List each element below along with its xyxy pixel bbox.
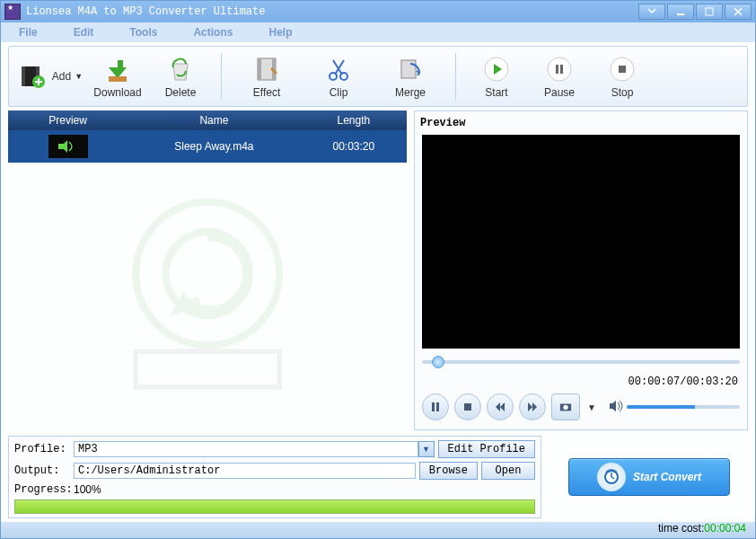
titlebar: Lionsea M4A to MP3 Converter Ultimate [1,1,755,22]
output-label: Output: [14,464,70,477]
convert-clock-icon [597,463,626,491]
player-pause-button[interactable] [422,393,449,420]
edit-profile-button[interactable]: Edit Profile [438,440,535,458]
download-label: Download [93,86,141,99]
toolbar-separator-2 [455,53,456,100]
volume-icon[interactable] [609,400,623,415]
window-title: Lionsea M4A to MP3 Converter Ultimate [26,5,265,18]
start-label: Start [485,86,507,99]
row-name: Sleep Away.m4a [127,140,300,153]
col-name[interactable]: Name [127,110,300,130]
start-convert-button[interactable]: Start Convert [568,458,730,496]
file-list-panel: Preview Name Length Sleep Away.m4a 00:03… [8,110,407,430]
watermark-icon [8,164,407,430]
player-forward-button[interactable] [519,393,546,420]
progress-value: 100% [74,483,101,496]
maximize-button[interactable] [696,4,723,20]
recycle-icon [165,54,196,84]
scissors-icon [323,54,354,84]
toolbar: Add ▼ Download Delete Effect Clip [8,46,748,107]
minimize-to-tray-button[interactable] [638,4,665,20]
toolbar-separator [221,53,222,100]
effect-label: Effect [253,86,280,99]
app-window: Lionsea M4A to MP3 Converter Ultimate Fi… [0,0,756,539]
download-button[interactable]: Download [86,49,149,103]
col-preview[interactable]: Preview [8,110,127,130]
snapshot-dropdown[interactable]: ▼ [587,402,596,412]
svg-rect-23 [436,402,439,411]
svg-rect-16 [560,65,563,74]
svg-rect-8 [258,58,261,80]
svg-point-14 [548,57,571,81]
progress-label: Progress: [14,483,70,496]
clip-label: Clip [330,86,348,99]
merge-icon [395,54,426,84]
seek-bar[interactable] [422,354,740,370]
merge-button[interactable]: Merge [374,49,446,103]
chevron-down-icon: ▼ [75,72,83,81]
add-button[interactable]: Add ▼ [14,49,86,103]
table-header: Preview Name Length [8,110,407,130]
svg-rect-18 [619,66,626,73]
download-icon [102,54,133,84]
player-stop-button[interactable] [454,393,481,420]
audio-thumb-icon [48,135,88,158]
profile-dropdown-button[interactable]: ▼ [418,441,435,457]
delete-button[interactable]: Delete [149,49,212,103]
start-button[interactable]: Start [465,49,528,103]
menu-tools[interactable]: Tools [129,26,157,39]
svg-rect-15 [556,65,558,74]
profile-label: Profile: [14,443,70,455]
svg-rect-3 [22,66,25,86]
volume-control [609,400,740,415]
pause-icon [544,54,575,84]
play-icon [481,54,512,84]
close-button[interactable] [725,4,752,20]
delete-label: Delete [165,86,197,99]
merge-label: Merge [395,86,426,99]
svg-rect-24 [464,403,471,411]
stop-button[interactable]: Stop [591,49,654,103]
row-length: 00:03:20 [301,140,407,153]
effect-button[interactable]: Effect [231,49,303,103]
start-convert-label: Start Convert [633,471,701,483]
svg-rect-21 [136,351,279,387]
output-path-input[interactable] [74,463,416,479]
profile-select[interactable] [74,441,418,457]
menubar: File Edit Tools Actions Help [1,22,755,42]
menu-actions[interactable]: Actions [193,26,233,39]
svg-rect-22 [432,402,435,411]
pause-label: Pause [544,86,575,99]
menu-file[interactable]: File [19,26,38,39]
content-area: Add ▼ Download Delete Effect Clip [1,42,755,538]
bottom-panel: Profile: ▼ Edit Profile Output: Browse O… [8,436,748,518]
pause-button[interactable]: Pause [528,49,591,103]
film-add-icon [18,61,48,92]
settings-panel: Profile: ▼ Edit Profile Output: Browse O… [8,436,541,518]
svg-rect-1 [706,8,713,15]
col-length[interactable]: Length [301,110,407,130]
menu-edit[interactable]: Edit [74,26,94,39]
open-button[interactable]: Open [481,462,535,480]
video-area[interactable] [422,135,740,349]
snapshot-button[interactable] [551,393,580,420]
browse-button[interactable]: Browse [419,462,478,480]
menu-help[interactable]: Help [268,26,292,39]
minimize-button[interactable] [667,4,694,20]
progress-bar [14,499,535,514]
stop-icon [607,54,637,84]
time-cost-label: time cost: [658,522,704,535]
seek-knob[interactable] [432,356,444,368]
svg-rect-6 [109,76,127,82]
time-cost-value: 00:00:04 [704,522,746,535]
player-rewind-button[interactable] [487,393,514,420]
svg-rect-0 [677,13,684,15]
stop-label: Stop [611,86,634,99]
volume-slider[interactable] [627,405,740,409]
add-label: Add [52,70,71,83]
clip-button[interactable]: Clip [303,49,374,103]
svg-rect-12 [401,60,416,78]
time-display: 00:00:07/00:03:20 [424,376,738,388]
table-row[interactable]: Sleep Away.m4a 00:03:20 [8,130,407,163]
player-controls: ▼ [422,393,740,420]
